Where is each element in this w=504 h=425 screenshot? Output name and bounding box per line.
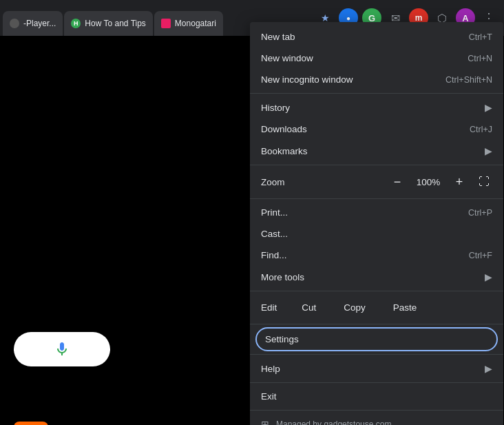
menu-item-help[interactable]: Help ▶ (250, 357, 503, 380)
menu-item-downloads[interactable]: Downloads Ctrl+J (250, 118, 503, 140)
tab-favicon-1 (10, 19, 19, 28)
fullscreen-button[interactable]: ⛶ (476, 174, 492, 189)
menu-shortcut-print: Ctrl+P (468, 208, 492, 218)
edit-label: Edit (250, 298, 288, 317)
menu-item-find[interactable]: Find... Ctrl+F (250, 245, 503, 266)
divider-7 (250, 382, 503, 383)
tab-label-2: How To and Tips (85, 19, 146, 28)
managed-row: ⊞ Managed by gadgetstouse.com (250, 413, 503, 425)
divider-4 (250, 291, 503, 291)
managed-icon: ⊞ (261, 419, 269, 425)
paste-button[interactable]: Paste (379, 298, 431, 317)
menu-label-find: Find... (261, 250, 287, 260)
menu-item-new-tab[interactable]: New tab Ctrl+T (250, 26, 503, 48)
menu-label-new-window: New window (261, 53, 313, 63)
divider-1 (250, 93, 503, 94)
menu-item-settings[interactable]: Settings (255, 327, 498, 351)
managed-label: Managed by gadgetstouse.com (276, 419, 391, 425)
zoom-minus-button[interactable]: − (388, 172, 407, 191)
menu-label-settings: Settings (265, 334, 299, 344)
menu-label-exit: Exit (261, 391, 277, 402)
tab-howto[interactable]: H How To and Tips (64, 11, 153, 36)
menu-item-print[interactable]: Print... Ctrl+P (250, 202, 503, 223)
menu-label-new-incognito: New incognito window (261, 74, 353, 85)
tab-monogatari[interactable]: Monogatari (154, 11, 223, 36)
menu-label-print: Print... (261, 207, 288, 218)
tab-label-1: -Player... (23, 19, 56, 28)
menu-item-more-tools[interactable]: More tools ▶ (250, 266, 503, 288)
menu-label-more-tools: More tools (261, 272, 304, 282)
zoom-value: 100% (414, 177, 443, 187)
cut-button[interactable]: Cut (288, 298, 330, 317)
menu-label-new-tab: New tab (261, 32, 295, 42)
edit-actions: Cut Copy Paste (288, 298, 430, 317)
zoom-plus-button[interactable]: + (450, 172, 469, 191)
zoom-label: Zoom (261, 177, 388, 187)
menu-shortcut-downloads: Ctrl+J (470, 125, 492, 134)
help-arrow-icon: ▶ (485, 363, 492, 374)
divider-2 (250, 165, 503, 165)
search-bar[interactable] (14, 332, 110, 366)
menu-item-cast[interactable]: Cast... (250, 223, 503, 245)
menu-item-new-window[interactable]: New window Ctrl+N (250, 48, 503, 69)
menu-item-exit[interactable]: Exit (250, 386, 503, 407)
menu-label-help: Help (261, 364, 280, 374)
divider-5 (250, 324, 503, 324)
zoom-controls: − 100% + ⛶ (388, 172, 492, 191)
more-tools-arrow-icon: ▶ (485, 271, 492, 282)
history-arrow-icon: ▶ (485, 102, 492, 113)
menu-label-history: History (261, 103, 290, 113)
menu-item-new-incognito[interactable]: New incognito window Ctrl+Shift+N (250, 69, 503, 90)
menu-item-zoom: Zoom − 100% + ⛶ (250, 168, 503, 196)
divider-6 (250, 354, 503, 355)
menu-label-bookmarks: Bookmarks (261, 146, 308, 156)
edit-row: Edit Cut Copy Paste (250, 294, 503, 321)
menu-label-cast: Cast... (261, 229, 288, 239)
bookmarks-arrow-icon: ▶ (485, 145, 492, 156)
tab-favicon-2: H (71, 19, 81, 28)
menu-shortcut-new-window: Ctrl+N (468, 54, 492, 63)
copy-button[interactable]: Copy (330, 298, 379, 317)
menu-shortcut-new-incognito: Ctrl+Shift+N (445, 75, 492, 85)
xda-logo: xda (14, 422, 48, 425)
divider-3 (250, 198, 503, 199)
menu-shortcut-find: Ctrl+F (469, 251, 492, 260)
chrome-context-menu: New tab Ctrl+T New window Ctrl+N New inc… (250, 22, 503, 425)
divider-8 (250, 410, 503, 411)
mic-icon (54, 341, 70, 357)
tab-favicon-3 (161, 19, 171, 28)
menu-item-bookmarks[interactable]: Bookmarks ▶ (250, 140, 503, 162)
tab-player[interactable]: -Player... (3, 11, 63, 36)
menu-label-downloads: Downloads (261, 124, 307, 134)
tab-label-3: Monogatari (175, 19, 216, 28)
menu-shortcut-new-tab: Ctrl+T (469, 32, 492, 42)
menu-item-history[interactable]: History ▶ (250, 96, 503, 118)
